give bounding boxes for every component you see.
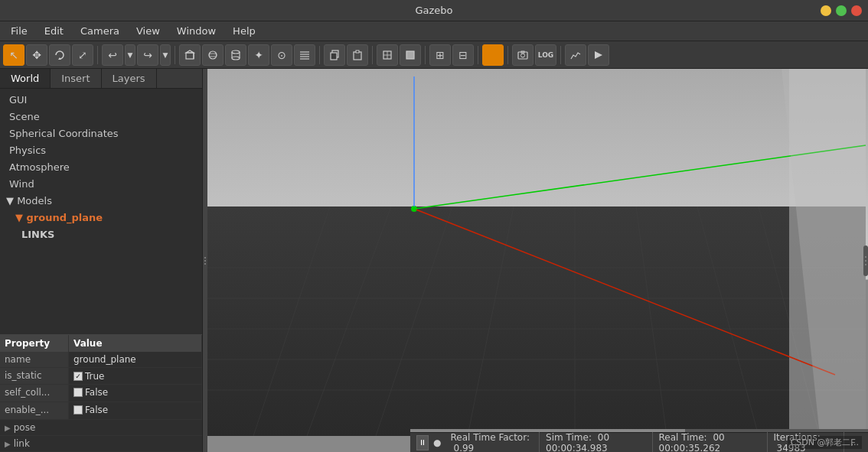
app-title: Gazebo: [415, 5, 452, 16]
scale-tool-button[interactable]: ⤢: [72, 44, 93, 66]
tree-models[interactable]: ▼ Models: [0, 193, 202, 210]
menu-camera[interactable]: Camera: [73, 24, 127, 38]
color-icon: [488, 50, 498, 60]
prop-pose-col[interactable]: ▶ pose: [0, 420, 40, 435]
pointlight-button[interactable]: ✦: [248, 44, 269, 66]
progress-bar: [410, 429, 868, 432]
tab-insert[interactable]: Insert: [51, 69, 101, 88]
tab-world[interactable]: World: [0, 69, 51, 88]
record-button[interactable]: [588, 44, 609, 66]
paste-button[interactable]: [347, 44, 368, 66]
menu-help[interactable]: Help: [225, 24, 263, 38]
pause-button[interactable]: ⏸: [416, 435, 429, 450]
screenshot-button[interactable]: [512, 44, 534, 66]
prop-row-pose[interactable]: ▶ pose: [0, 420, 202, 436]
cylinder-button[interactable]: [225, 44, 246, 66]
enable-checkbox-label: False: [85, 405, 108, 415]
maximize-button[interactable]: [836, 5, 847, 16]
solid-button[interactable]: [400, 44, 421, 66]
tree-links: LINKS: [0, 226, 202, 243]
viewport-right-handle[interactable]: [862, 69, 868, 452]
menu-edit[interactable]: Edit: [37, 24, 71, 38]
prop-link-col[interactable]: ▶ link: [0, 436, 34, 451]
minimize-button[interactable]: [821, 5, 831, 16]
plot-icon: [570, 50, 581, 60]
translate-tool-button[interactable]: ✥: [26, 44, 47, 66]
enable-checkbox[interactable]: False: [73, 405, 108, 415]
solid-icon: [405, 50, 416, 60]
copy-button[interactable]: [324, 44, 345, 66]
menu-view[interactable]: View: [129, 24, 168, 38]
prop-row-enable: enable_... False: [0, 402, 202, 420]
pose-label: pose: [14, 422, 36, 433]
titlebar: Gazebo: [0, 0, 868, 21]
prop-selfcoll-label: self_coll...: [0, 385, 69, 402]
link-expand-arrow: ▶: [5, 440, 11, 448]
redo-arrow-button[interactable]: ▼: [160, 44, 171, 66]
prop-selfcoll-value[interactable]: False: [69, 385, 202, 402]
prop-isstatic-label: is_static: [0, 368, 69, 384]
prop-row-link[interactable]: ▶ link: [0, 436, 202, 452]
prop-isstatic-value[interactable]: True: [69, 368, 202, 384]
dirlight-button[interactable]: [294, 44, 315, 66]
model-color-button[interactable]: [482, 44, 504, 66]
viewport-handle-dots: [863, 246, 868, 276]
menu-file[interactable]: File: [3, 24, 35, 38]
property-table: Property Value name ground_plane is_stat…: [0, 334, 202, 452]
svg-point-5: [209, 54, 217, 57]
tree-gui[interactable]: GUI: [0, 92, 202, 109]
spotlight-button[interactable]: ⊙: [271, 44, 292, 66]
sphere-button[interactable]: [202, 44, 224, 66]
prop-name-label: name: [0, 352, 69, 367]
attribution-label: CSDN @郭老二...: [788, 436, 862, 449]
toolbar-separator-8: [560, 46, 561, 64]
plot-button[interactable]: [565, 44, 586, 66]
svg-marker-26: [595, 51, 602, 59]
self-coll-checkbox[interactable]: False: [73, 387, 108, 398]
is-static-checkbox[interactable]: True: [73, 371, 105, 382]
rtf-value: 0.99: [454, 443, 475, 453]
box-button[interactable]: [179, 44, 201, 66]
tab-layers[interactable]: Layers: [102, 69, 157, 88]
log-button[interactable]: LOG: [535, 44, 556, 66]
tree-ground-plane[interactable]: ▼ ground_plane: [0, 210, 202, 226]
real-time-factor-segment: Real Time Factor: 0.99: [445, 432, 540, 453]
select-tool-button[interactable]: ↖: [3, 44, 24, 66]
self-coll-checkbox-box[interactable]: [73, 388, 83, 397]
tree-wind[interactable]: Wind: [0, 176, 202, 193]
svg-rect-17: [356, 50, 359, 53]
wireframe-button[interactable]: [377, 44, 398, 66]
is-static-checkbox-box[interactable]: [73, 372, 83, 381]
box-icon: [184, 49, 196, 61]
tree-physics[interactable]: Physics: [0, 142, 202, 159]
menu-window[interactable]: Window: [169, 24, 224, 38]
tree-spherical-coords[interactable]: Spherical Coordinates: [0, 125, 202, 142]
origin-toggle-button[interactable]: ⊟: [452, 44, 474, 66]
undo-arrow-button[interactable]: ▼: [125, 44, 135, 66]
grid-toggle-button[interactable]: ⊞: [429, 44, 451, 66]
prop-name-value[interactable]: ground_plane: [69, 352, 202, 367]
status-dot: ●: [433, 437, 441, 448]
prop-row-name: name ground_plane: [0, 352, 202, 368]
tree-atmosphere[interactable]: Atmosphere: [0, 159, 202, 176]
pose-expand-arrow: ▶: [5, 424, 11, 432]
sim-time-segment: Sim Time: 00 00:00:34.983: [540, 432, 652, 453]
close-button[interactable]: [851, 5, 862, 16]
screenshot-icon: [517, 50, 528, 60]
svg-marker-28: [207, 206, 866, 436]
toolbar-separator-2: [175, 46, 175, 64]
prop-enable-value[interactable]: False: [69, 402, 202, 419]
window-controls: [821, 5, 862, 16]
undo-button[interactable]: ↩: [102, 44, 123, 66]
rotate-tool-button[interactable]: [49, 44, 70, 66]
self-coll-checkbox-label: False: [85, 387, 108, 398]
redo-button[interactable]: ↪: [137, 44, 158, 66]
menubar: File Edit Camera View Window Help: [0, 21, 868, 41]
toolbar-separator-4: [372, 46, 373, 64]
3d-viewport[interactable]: ⏸ ● Real Time Factor: 0.99 Sim Time: 00 …: [207, 69, 868, 452]
tree-scene[interactable]: Scene: [0, 109, 202, 125]
toolbar: ↖ ✥ ⤢ ↩ ▼ ↪ ▼: [0, 41, 868, 69]
enable-checkbox-box[interactable]: [73, 405, 83, 415]
paste-icon: [352, 50, 363, 60]
rtf-label: Real Time Factor:: [451, 432, 530, 443]
